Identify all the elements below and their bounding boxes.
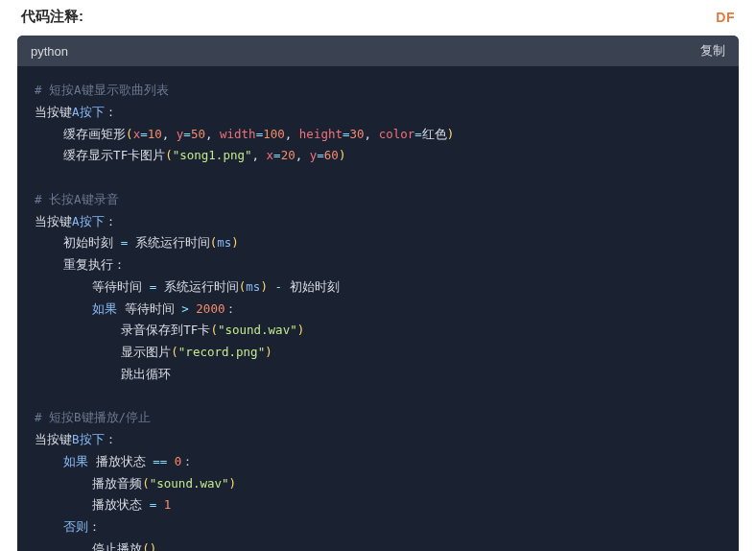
comment: # 长按A键录音 xyxy=(35,192,119,206)
code-card: python 复制 # 短按A键显示歌曲列表 当按键A按下： 缓存画矩形(x=1… xyxy=(17,36,739,551)
brand-badge: DF xyxy=(716,10,735,25)
comment: # 短按A键显示歌曲列表 xyxy=(35,83,169,97)
code-toolbar: python 复制 xyxy=(17,36,739,66)
comment: # 短按B键播放/停止 xyxy=(35,410,151,424)
header-row: 代码注释: DF xyxy=(0,0,756,36)
page-title: 代码注释: xyxy=(21,8,83,26)
copy-button[interactable]: 复制 xyxy=(700,42,725,60)
language-label: python xyxy=(31,44,68,59)
code-block: # 短按A键显示歌曲列表 当按键A按下： 缓存画矩形(x=10, y=50, w… xyxy=(17,66,739,551)
